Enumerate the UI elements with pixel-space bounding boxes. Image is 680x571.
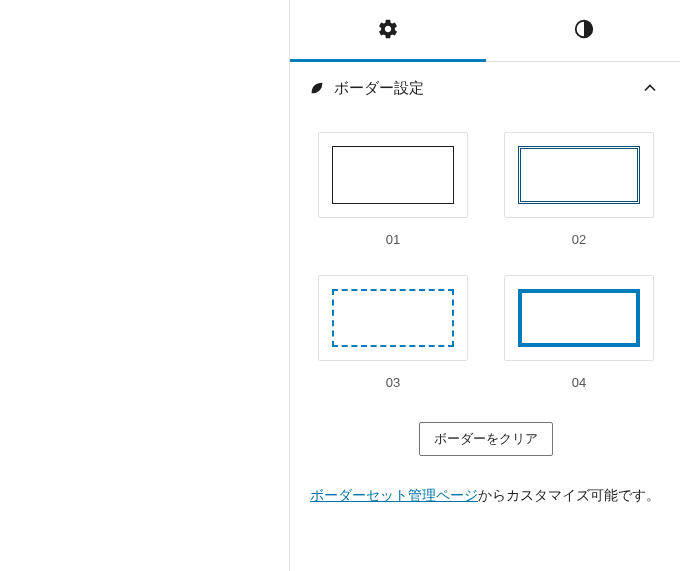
border-option-02[interactable]: 02 — [504, 132, 654, 247]
contrast-icon — [573, 18, 595, 44]
clear-border-button[interactable]: ボーダーをクリア — [419, 422, 553, 456]
border-label: 04 — [572, 375, 586, 390]
tab-settings[interactable] — [290, 0, 486, 61]
border-label: 03 — [386, 375, 400, 390]
gear-icon — [377, 18, 399, 44]
sidebar-panel: ボーダー設定 01 02 — [290, 0, 680, 571]
tab-styles[interactable] — [486, 0, 680, 61]
leaf-icon — [308, 79, 326, 97]
border-option-03[interactable]: 03 — [318, 275, 468, 390]
section-header-border[interactable]: ボーダー設定 — [290, 62, 680, 114]
clear-row: ボーダーをクリア — [290, 422, 680, 456]
border-preview-solid — [332, 146, 454, 204]
sidebar-tabs — [290, 0, 680, 62]
border-label: 01 — [386, 232, 400, 247]
chevron-up-icon — [638, 76, 662, 100]
help-text-after: からカスタマイズ可能です。 — [478, 487, 660, 503]
border-card — [504, 275, 654, 361]
section-title: ボーダー設定 — [334, 79, 638, 98]
border-options-grid: 01 02 03 04 — [290, 114, 680, 400]
border-option-01[interactable]: 01 — [318, 132, 468, 247]
border-option-04[interactable]: 04 — [504, 275, 654, 390]
canvas-area — [0, 0, 290, 571]
border-card — [318, 132, 468, 218]
border-preview-double — [518, 146, 640, 204]
help-text: ボーダーセット管理ページからカスタマイズ可能です。 — [290, 484, 680, 508]
border-label: 02 — [572, 232, 586, 247]
border-preview-dashed — [332, 289, 454, 347]
border-card — [504, 132, 654, 218]
border-settings-link[interactable]: ボーダーセット管理ページ — [310, 487, 478, 503]
border-preview-thick — [518, 289, 640, 347]
border-card — [318, 275, 468, 361]
